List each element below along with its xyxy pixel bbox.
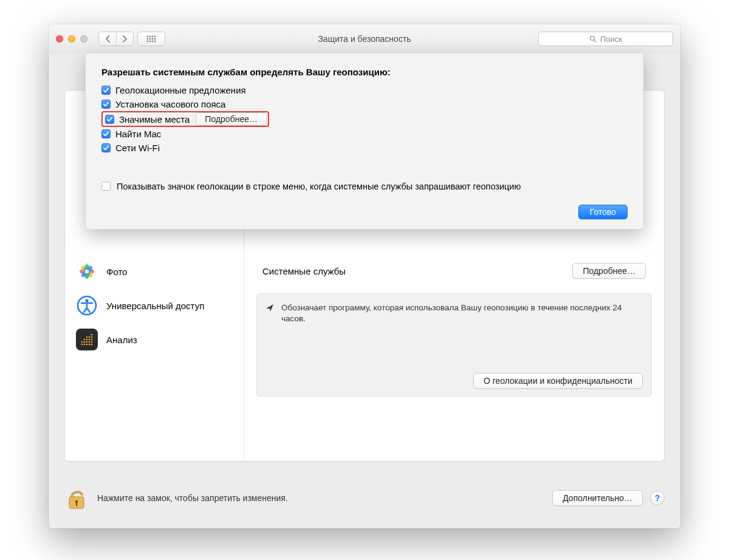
forward-button[interactable] [116,32,133,46]
service-row-wifi-networking[interactable]: Сети Wi-Fi [101,141,628,155]
svg-point-27 [84,341,86,343]
close-window-icon[interactable] [56,35,63,43]
sidebar-item-label: Универсальный доступ [106,301,204,311]
system-services-sheet: Разрешать системным службам определять В… [85,53,644,230]
service-label: Значимые места [119,114,190,125]
svg-point-7 [154,38,156,40]
search-icon [589,35,597,43]
svg-rect-41 [76,502,77,506]
sidebar-item-analytics[interactable]: Анализ [65,323,244,357]
service-row-location-based-suggestions[interactable]: Геолокационные предложения [101,83,628,97]
svg-point-23 [86,344,88,346]
svg-point-36 [89,336,91,338]
search-placeholder: Поиск [600,35,622,44]
service-label: Сети Wi-Fi [115,143,160,153]
lock-icon[interactable] [64,486,89,510]
system-services-label: Системные службы [262,266,346,276]
checkbox-checked-icon[interactable] [101,143,111,152]
titlebar: Защита и безопасность Поиск [49,24,680,54]
chevron-left-icon [105,35,111,43]
svg-point-20 [85,299,88,302]
svg-point-32 [86,339,88,341]
highlighted-significant-locations: Значимые места Подробнее… [101,111,269,127]
svg-point-28 [86,341,88,343]
location-arrow-icon [265,304,274,312]
svg-point-24 [89,344,91,346]
svg-point-9 [149,41,151,43]
svg-point-6 [152,38,154,40]
svg-point-21 [81,344,83,346]
service-row-time-zone[interactable]: Установка часового пояса [101,97,628,111]
svg-point-5 [149,38,151,40]
grid-icon [146,35,156,43]
svg-point-35 [86,336,88,338]
svg-point-8 [147,41,149,43]
lock-footer: Нажмите на замок, чтобы запретить измене… [64,480,665,516]
checkbox-checked-icon[interactable] [101,86,111,95]
search-input[interactable]: Поиск [538,32,673,46]
sidebar-item-photos[interactable]: Фото [65,254,244,289]
svg-point-31 [84,339,86,341]
zoom-window-icon[interactable] [80,35,87,43]
done-button[interactable]: Готово [578,205,628,219]
svg-line-13 [594,40,596,42]
svg-point-2 [152,36,154,38]
svg-point-29 [89,341,91,343]
svg-point-0 [147,36,149,38]
svg-point-26 [81,341,83,343]
system-services-details-button[interactable]: Подробнее… [572,263,646,279]
sidebar-item-accessibility[interactable]: Универсальный доступ [65,289,244,323]
help-button[interactable]: ? [650,491,665,505]
analytics-icon [76,329,98,350]
note-text: Обозначает программу, которая использова… [281,302,643,324]
service-row-significant-locations[interactable]: Значимые места [104,113,192,126]
checkbox-checked-icon[interactable] [105,115,114,124]
back-button[interactable] [99,32,116,46]
lock-text: Нажмите на замок, чтобы запретить измене… [97,493,288,503]
checkbox-unchecked-icon[interactable] [101,182,111,191]
svg-point-10 [152,41,154,43]
svg-point-30 [91,341,93,343]
svg-point-37 [91,336,93,338]
svg-point-12 [590,36,595,41]
checkbox-checked-icon[interactable] [101,129,111,138]
svg-point-11 [154,41,156,43]
photos-icon [76,261,98,282]
show-location-icon-label: Показывать значок геолокации в строке ме… [117,182,521,191]
service-label: Геолокационные предложения [115,85,246,95]
back-forward-segment [98,32,134,46]
service-label: Установка часового пояса [115,99,225,109]
svg-point-4 [147,38,149,40]
show-location-icon-row[interactable]: Показывать значок геолокации в строке ме… [101,182,628,191]
recent-location-note: Обозначает программу, которая использова… [256,293,652,397]
sidebar-item-label: Анализ [106,335,137,345]
preferences-window: Защита и безопасность Поиск [49,24,680,528]
window-controls [56,35,87,43]
minimize-window-icon[interactable] [68,35,75,43]
significant-locations-details-button[interactable]: Подробнее… [196,112,267,126]
toolbar-nav [98,32,165,46]
about-location-privacy-button[interactable]: О геолокации и конфиденциальности [473,373,643,389]
service-label: Найти Mac [115,129,161,139]
show-all-button[interactable] [137,32,165,46]
svg-point-1 [149,36,151,38]
accessibility-icon [76,295,98,316]
svg-point-25 [91,344,93,346]
svg-point-33 [89,339,91,341]
svg-point-38 [91,334,93,336]
svg-point-3 [154,36,156,38]
svg-point-34 [91,339,93,341]
sidebar-item-label: Фото [106,267,127,277]
system-services-row: Системные службы Подробнее… [256,254,652,287]
advanced-button[interactable]: Дополнительно… [552,490,643,506]
checkbox-checked-icon[interactable] [101,100,111,109]
sheet-heading: Разрешать системным службам определять В… [101,67,628,77]
svg-point-22 [84,344,86,346]
chevron-right-icon [122,35,128,43]
service-row-find-my-mac[interactable]: Найти Mac [101,127,628,141]
svg-point-18 [85,270,89,274]
